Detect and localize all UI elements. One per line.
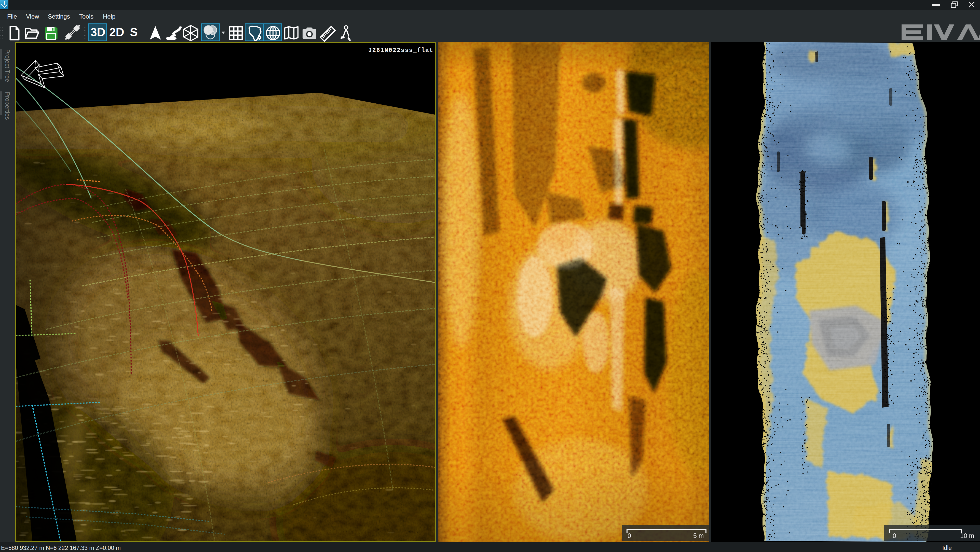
svg-text:J261N022sss_flat: J261N022sss_flat xyxy=(368,47,433,54)
